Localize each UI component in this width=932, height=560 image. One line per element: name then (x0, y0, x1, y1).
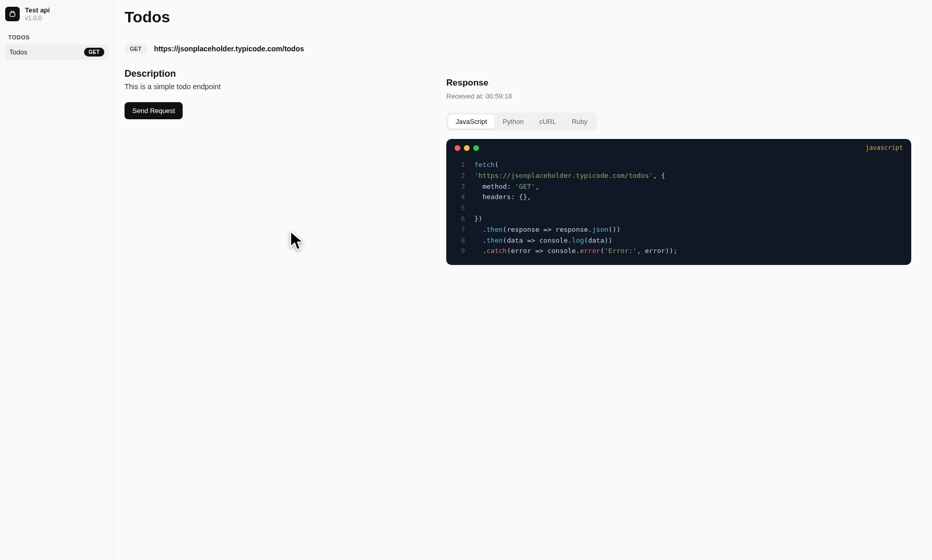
description-panel: Description This is a simple todo endpoi… (125, 68, 415, 119)
endpoint-row: GET https://jsonplaceholder.typicode.com… (125, 44, 911, 54)
sidebar: Test api v1.0.0 TODOS Todos GET (0, 0, 114, 560)
tab-javascript[interactable]: JavaScript (448, 115, 495, 129)
code-line: 1fetch( (455, 160, 903, 171)
code-window: javascript 1fetch(2'https://jsonplacehol… (446, 139, 911, 265)
line-number: 5 (455, 203, 465, 214)
svg-rect-0 (10, 12, 15, 16)
tab-ruby[interactable]: Ruby (565, 115, 595, 129)
app-title: Test api (25, 6, 50, 15)
tab-python[interactable]: Python (496, 115, 531, 129)
code-line: 4 headers: {}, (455, 192, 903, 203)
received-at-label: Received at: 00:59:18 (446, 92, 911, 100)
sidebar-item-todos[interactable]: Todos GET (5, 45, 108, 60)
code-language-label: javascript (866, 144, 903, 151)
app-version: v1.0.0 (25, 15, 50, 22)
line-number: 3 (455, 181, 465, 192)
endpoint-url: https://jsonplaceholder.typicode.com/tod… (154, 45, 304, 53)
code-language-tabs: JavaScript Python cURL Ruby (446, 113, 597, 131)
nav-section-todos: TODOS (8, 34, 105, 40)
code-line: 2'https://jsonplaceholder.typicode.com/t… (455, 171, 903, 181)
response-panel: Response Received at: 00:59:18 JavaScrip… (446, 68, 911, 265)
response-heading: Response (446, 78, 911, 88)
endpoint-method-badge: GET (125, 44, 147, 54)
line-number: 2 (455, 171, 465, 181)
line-number: 9 (455, 246, 465, 257)
description-text: This is a simple todo endpoint (125, 82, 415, 91)
sidebar-item-label: Todos (9, 48, 28, 56)
send-request-button[interactable]: Send Request (125, 102, 183, 119)
code-titlebar: javascript (446, 139, 911, 157)
description-heading: Description (125, 68, 415, 79)
code-line: 9 .catch(error => console.error('Error:'… (455, 246, 903, 257)
traffic-lights (455, 145, 479, 151)
code-line: 8 .then(data => console.log(data)) (455, 235, 903, 246)
window-maximize-icon (473, 145, 479, 151)
code-line: 5 (455, 203, 903, 214)
window-close-icon (455, 145, 460, 151)
line-number: 1 (455, 160, 465, 171)
code-line: 6}) (455, 214, 903, 225)
line-number: 4 (455, 192, 465, 203)
code-body[interactable]: 1fetch(2'https://jsonplaceholder.typicod… (446, 157, 911, 265)
line-number: 8 (455, 235, 465, 246)
app-header: Test api v1.0.0 (5, 6, 108, 22)
code-line: 7 .then(response => response.json()) (455, 225, 903, 235)
app-logo-icon (5, 7, 20, 21)
main-content: Todos GET https://jsonplaceholder.typico… (114, 0, 932, 560)
app-meta: Test api v1.0.0 (25, 6, 50, 22)
method-badge: GET (84, 48, 104, 57)
window-minimize-icon (464, 145, 470, 151)
line-number: 7 (455, 225, 465, 235)
tab-curl[interactable]: cURL (532, 115, 564, 129)
code-line: 3 method: 'GET', (455, 181, 903, 192)
line-number: 6 (455, 214, 465, 225)
page-title: Todos (125, 8, 911, 26)
